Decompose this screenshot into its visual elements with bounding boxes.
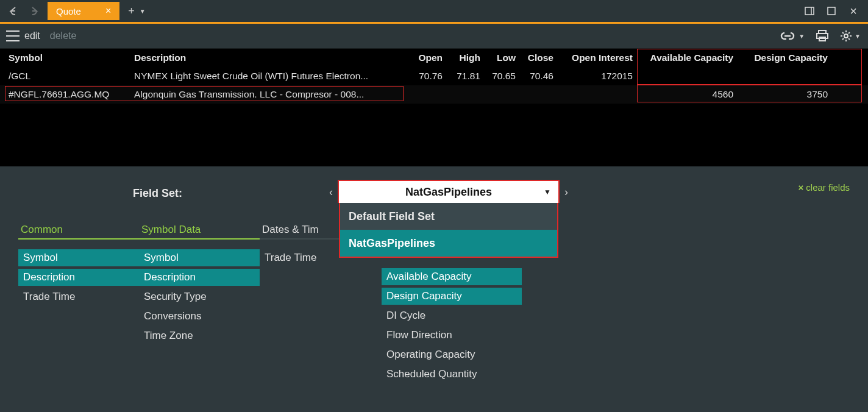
cell-symbol: /GCL bbox=[0, 71, 130, 82]
caret-down-icon: ▼ bbox=[855, 33, 861, 40]
grid-header-row: Symbol Description Open High Low Close O… bbox=[0, 49, 868, 67]
clear-fields-label: clear fields bbox=[806, 182, 850, 193]
fieldset-option-default[interactable]: Default Field Set bbox=[340, 203, 557, 230]
cell-low: 70.65 bbox=[484, 71, 519, 82]
caret-down-icon: ▼ bbox=[799, 33, 805, 40]
cell-open-interest: 172015 bbox=[557, 71, 636, 82]
field-design-capacity[interactable]: Design Capacity bbox=[382, 288, 522, 305]
link-button[interactable]: ▼ bbox=[779, 31, 805, 41]
field-time-zone[interactable]: Time Zone bbox=[139, 327, 260, 344]
field-security-type[interactable]: Security Type bbox=[139, 288, 260, 305]
svg-point-6 bbox=[844, 34, 848, 38]
field-symbol[interactable]: Symbol bbox=[139, 249, 260, 266]
panel-toggle-icon[interactable] bbox=[803, 5, 816, 17]
col-close[interactable]: Close bbox=[519, 52, 557, 63]
cell-high: 71.81 bbox=[446, 71, 484, 82]
fieldset-dropdown[interactable]: NatGasPipelines ▼ bbox=[339, 181, 558, 203]
edit-button[interactable]: edit bbox=[24, 30, 40, 41]
field-available-capacity[interactable]: Available Capacity bbox=[382, 268, 522, 285]
toolbar: edit delete ▼ ▼ bbox=[0, 24, 868, 48]
col-symbol[interactable]: Symbol bbox=[0, 52, 130, 63]
new-tab-icon[interactable]: + bbox=[128, 5, 135, 18]
field-description[interactable]: Description bbox=[139, 269, 260, 286]
delete-button[interactable]: delete bbox=[50, 30, 77, 41]
close-icon: × bbox=[799, 182, 804, 193]
cell-description: NYMEX Light Sweet Crude Oil (WTI) Future… bbox=[130, 71, 404, 82]
field-set-label: Field Set: bbox=[133, 187, 182, 200]
print-button[interactable] bbox=[816, 30, 829, 42]
col-available-capacity[interactable]: Available Capacity bbox=[636, 52, 737, 63]
fieldset-dropdown-menu: Default Field Set NatGasPipelines bbox=[339, 203, 558, 258]
svg-rect-0 bbox=[805, 7, 814, 15]
col-open-interest[interactable]: Open Interest bbox=[557, 52, 636, 63]
cell-description: Algonquin Gas Transmission. LLC - Compre… bbox=[130, 89, 404, 100]
col-design-capacity[interactable]: Design Capacity bbox=[737, 52, 831, 63]
menu-icon[interactable] bbox=[6, 30, 20, 41]
maximize-icon[interactable] bbox=[825, 5, 838, 17]
clear-fields-button[interactable]: × clear fields bbox=[799, 182, 850, 193]
back-arrow-icon[interactable] bbox=[7, 4, 21, 18]
col-description[interactable]: Description bbox=[130, 52, 404, 63]
cell-open: 70.76 bbox=[404, 71, 446, 82]
field-set-panel: Field Set: ‹ NatGasPipelines ▼ › Default… bbox=[0, 166, 868, 412]
prev-fieldset-button[interactable]: ‹ bbox=[323, 181, 339, 203]
col-open[interactable]: Open bbox=[404, 52, 446, 63]
field-operating-capacity[interactable]: Operating Capacity bbox=[382, 346, 522, 363]
new-tab-menu-icon[interactable]: ▼ bbox=[140, 8, 146, 15]
cell-close: 70.46 bbox=[519, 71, 557, 82]
col-low[interactable]: Low bbox=[484, 52, 519, 63]
close-window-icon[interactable]: × bbox=[847, 5, 859, 17]
tab-quote[interactable]: Quote × bbox=[48, 2, 119, 20]
table-row[interactable]: /GCL NYMEX Light Sweet Crude Oil (WTI) F… bbox=[0, 67, 868, 85]
cell-available-capacity: 4560 bbox=[636, 89, 737, 100]
fieldset-option-natgas[interactable]: NatGasPipelines bbox=[340, 230, 557, 257]
field-di-cycle[interactable]: DI Cycle bbox=[382, 307, 522, 324]
titlebar: Quote × + ▼ × bbox=[0, 0, 868, 22]
forward-arrow-icon[interactable] bbox=[27, 4, 40, 18]
field-conversions[interactable]: Conversions bbox=[139, 308, 260, 325]
field-scheduled-quantity[interactable]: Scheduled Quantity bbox=[382, 366, 522, 383]
fieldset-selected: NatGasPipelines bbox=[405, 186, 492, 199]
field-symbol[interactable]: Symbol bbox=[18, 249, 139, 266]
field-flow-direction[interactable]: Flow Direction bbox=[382, 327, 522, 344]
svg-rect-2 bbox=[828, 7, 835, 15]
tab-label: Quote bbox=[56, 6, 81, 16]
cell-symbol: #NGFL.76691.AGG.MQ bbox=[0, 89, 130, 100]
field-trade-time[interactable]: Trade Time bbox=[18, 288, 139, 305]
column-header-symbol-data[interactable]: Symbol Data bbox=[139, 222, 260, 240]
cell-design-capacity: 3750 bbox=[737, 89, 831, 100]
quote-grid: Symbol Description Open High Low Close O… bbox=[0, 48, 868, 166]
caret-down-icon: ▼ bbox=[544, 188, 551, 196]
next-fieldset-button[interactable]: › bbox=[558, 181, 574, 203]
col-high[interactable]: High bbox=[446, 52, 484, 63]
settings-button[interactable]: ▼ bbox=[840, 30, 861, 42]
column-header-common[interactable]: Common bbox=[18, 222, 139, 240]
field-description[interactable]: Description bbox=[18, 269, 139, 286]
close-tab-icon[interactable]: × bbox=[105, 5, 111, 16]
table-row[interactable]: #NGFL.76691.AGG.MQ Algonquin Gas Transmi… bbox=[0, 85, 868, 104]
